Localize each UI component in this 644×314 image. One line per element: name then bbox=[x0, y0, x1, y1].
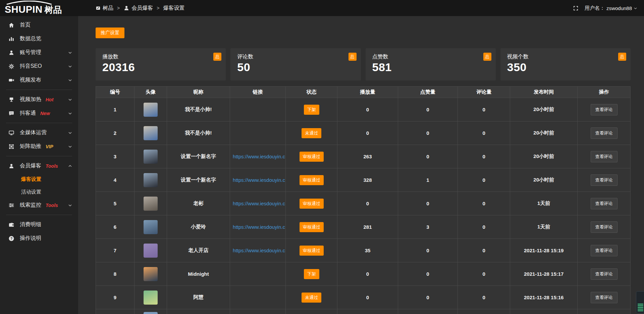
sidebar-item-tag: Hot bbox=[46, 97, 53, 102]
sidebar-item-clue-monitor[interactable]: 线索监控Tools bbox=[0, 198, 78, 212]
view-comments-button[interactable]: 查看评论 bbox=[591, 151, 618, 162]
cell-id: 9 bbox=[96, 286, 135, 309]
sidebar-item-consume-detail[interactable]: 消费明细 bbox=[0, 218, 78, 231]
cell-likes: 0 bbox=[398, 145, 458, 168]
column-header: 头像 bbox=[134, 87, 167, 98]
cell-actions: 查看评论 bbox=[578, 168, 631, 192]
cell-comments: 0 bbox=[458, 145, 510, 168]
view-comments-button[interactable]: 查看评论 bbox=[591, 174, 618, 186]
widget-bar bbox=[638, 307, 643, 308]
logo-text-cn: 树品 bbox=[45, 5, 62, 14]
sidebar-item-data-overview[interactable]: 数据总览 bbox=[0, 32, 78, 46]
sidebar-item-label: 全媒体运营 bbox=[20, 129, 47, 136]
column-header: 昵称 bbox=[167, 87, 230, 98]
view-comments-button[interactable]: 查看评论 bbox=[591, 268, 618, 280]
sidebar-item-tag: New bbox=[40, 111, 50, 116]
sidebar-item-douketong[interactable]: 抖客通New bbox=[0, 106, 78, 120]
sidebar-item-member-baoke[interactable]: 会员爆客Tools bbox=[0, 159, 78, 173]
avatar bbox=[144, 220, 158, 234]
widget-bar bbox=[638, 310, 643, 311]
view-comments-button[interactable]: 查看评论 bbox=[591, 245, 618, 256]
cell-publish-time: 20小时前 bbox=[510, 168, 578, 192]
cell-avatar bbox=[134, 192, 167, 215]
sidebar-item-video-publish[interactable]: 视频发布 bbox=[0, 73, 78, 87]
view-comments-button[interactable]: 查看评论 bbox=[591, 104, 618, 115]
video-link[interactable]: https://www.iesdouyin.c bbox=[233, 201, 285, 206]
topbar-right: 用户名：zswodun88 bbox=[573, 5, 644, 11]
promo-settings-button[interactable]: 推广设置 bbox=[96, 28, 124, 38]
stat-label: 评论数 bbox=[237, 53, 354, 60]
table-header-row: 编号头像昵称链接状态播放量点赞量评论量发布时间操作 bbox=[96, 87, 631, 98]
sidebar-item-douyin-seo[interactable]: 抖音SEO bbox=[0, 59, 78, 73]
username-label: 用户名： bbox=[585, 5, 605, 11]
video-link[interactable]: https://www.iesdouyin.c bbox=[233, 154, 285, 159]
app-icon bbox=[96, 6, 101, 11]
sidebar-item-video-heat[interactable]: 视频加热Hot bbox=[0, 93, 78, 106]
sidebar-item-label: 首页 bbox=[20, 21, 31, 29]
sidebar-item-matrix-boost[interactable]: 矩阵助推VIP bbox=[0, 140, 78, 153]
floating-widget[interactable] bbox=[636, 291, 644, 313]
status-badge: 未通过 bbox=[302, 128, 321, 138]
breadcrumb-separator: > bbox=[117, 5, 120, 11]
total-badge: 总 bbox=[213, 53, 221, 61]
stats-row: 播放数20316总评论数50总点赞数581总视频个数350总 bbox=[96, 48, 631, 81]
stat-value: 20316 bbox=[102, 61, 219, 74]
cell-actions: 查看评论 bbox=[578, 215, 631, 239]
sidebar-item-home[interactable]: 首页 bbox=[0, 18, 78, 32]
cell-likes: 0 bbox=[398, 192, 458, 215]
avatar bbox=[144, 291, 158, 305]
sidebar-subitem-baoke-settings[interactable]: 爆客设置 bbox=[0, 173, 78, 186]
video-link[interactable]: https://www.iesdouyin.c bbox=[233, 248, 285, 253]
sidebar-item-label: 矩阵助推 bbox=[20, 143, 41, 150]
main-content: 推广设置 播放数20316总评论数50总点赞数581总视频个数350总 编号头像… bbox=[78, 16, 644, 314]
video-link[interactable]: https://www.iesdouyin.c bbox=[233, 177, 285, 183]
chat-icon bbox=[8, 110, 15, 116]
fullscreen-icon[interactable] bbox=[573, 5, 579, 11]
sidebar-item-tag: VIP bbox=[46, 144, 53, 149]
cell bbox=[337, 309, 398, 314]
cell-likes: 0 bbox=[398, 239, 458, 262]
widget-bar bbox=[638, 304, 643, 305]
cell-avatar bbox=[134, 262, 167, 286]
view-comments-button[interactable]: 查看评论 bbox=[591, 221, 618, 233]
widget-bar bbox=[638, 309, 643, 310]
breadcrumb-item[interactable]: 树品 bbox=[96, 5, 113, 12]
video-camera-icon bbox=[8, 77, 15, 83]
breadcrumb-item[interactable]: 爆客设置 bbox=[163, 5, 184, 12]
cell-comments: 0 bbox=[458, 121, 510, 145]
cell-likes: 1 bbox=[398, 168, 458, 192]
status-badge: 下架 bbox=[304, 269, 319, 279]
user-menu[interactable]: 用户名：zswodun88 bbox=[585, 5, 637, 11]
video-link[interactable]: https://www.iesdouyin.c bbox=[233, 224, 285, 230]
breadcrumb-item[interactable]: 会员爆客 bbox=[123, 5, 153, 12]
stat-card: 视频个数350总 bbox=[500, 48, 631, 81]
table-row: 3设置一个新名字https://www.iesdouyin.c审核通过26300… bbox=[96, 145, 631, 168]
breadcrumb-label: 会员爆客 bbox=[131, 5, 153, 12]
stat-label: 播放数 bbox=[102, 53, 219, 60]
avatar bbox=[144, 244, 158, 258]
sidebar-item-account-manage[interactable]: 账号管理 bbox=[0, 46, 78, 59]
stat-value: 350 bbox=[507, 61, 624, 74]
cell-actions: 查看评论 bbox=[578, 121, 631, 145]
cell-id: 8 bbox=[96, 262, 135, 286]
sidebar-item-operation-guide[interactable]: ?操作说明 bbox=[0, 231, 78, 245]
view-comments-button[interactable]: 查看评论 bbox=[591, 292, 618, 303]
column-header: 评论量 bbox=[458, 87, 510, 98]
sidebar-item-label: 账号管理 bbox=[20, 49, 41, 56]
sidebar-subitem-activity-settings[interactable]: 活动设置 bbox=[0, 186, 78, 198]
sidebar-item-label: 消费明细 bbox=[20, 221, 41, 228]
column-header: 操作 bbox=[578, 87, 631, 98]
cell-actions: 查看评论 bbox=[578, 145, 631, 168]
cell-avatar bbox=[134, 121, 167, 145]
videos-table-wrap: 编号头像昵称链接状态播放量点赞量评论量发布时间操作 1我不是小帅!下架00020… bbox=[96, 86, 631, 314]
sidebar-item-media-operation[interactable]: 全媒体运营 bbox=[0, 126, 78, 140]
column-header: 状态 bbox=[285, 87, 337, 98]
view-comments-button[interactable]: 查看评论 bbox=[591, 198, 618, 209]
cell-status: 下架 bbox=[285, 98, 337, 121]
stat-card: 点赞数581总 bbox=[366, 48, 496, 81]
cell-publish-time: 20小时前 bbox=[510, 98, 578, 121]
stat-value: 50 bbox=[237, 61, 354, 74]
table-row: 2我不是小帅!未通过00020小时前查看评论 bbox=[96, 121, 631, 145]
view-comments-button[interactable]: 查看评论 bbox=[591, 127, 618, 139]
cell-plays: 0 bbox=[337, 121, 398, 145]
